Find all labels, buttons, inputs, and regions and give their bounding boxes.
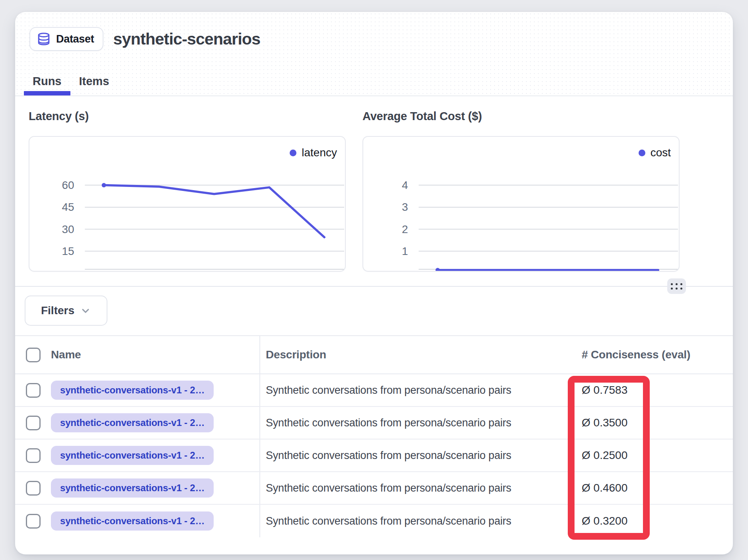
header-checkbox-cell xyxy=(15,348,51,362)
row-checkbox-cell xyxy=(15,514,51,529)
table-row[interactable]: synthetic-conversations-v1 - 2… Syntheti… xyxy=(15,374,733,407)
tab-items[interactable]: Items xyxy=(70,68,118,95)
latency-legend-dot-icon xyxy=(290,150,296,156)
run-name-link[interactable]: synthetic-conversations-v1 - 2… xyxy=(51,478,214,498)
run-name-link[interactable]: synthetic-conversations-v1 - 2… xyxy=(51,446,214,465)
page-background: Dataset synthetic-scenarios Runs Items L… xyxy=(0,0,748,560)
svg-text:2: 2 xyxy=(402,223,408,235)
row-checkbox[interactable] xyxy=(26,416,41,430)
database-icon xyxy=(37,32,51,46)
run-name-link[interactable]: synthetic-conversations-v1 - 2… xyxy=(51,413,214,432)
run-description: Synthetic conversations from persona/sce… xyxy=(266,515,511,527)
run-name-link[interactable]: synthetic-conversations-v1 - 2… xyxy=(51,511,214,531)
filters-button[interactable]: Filters xyxy=(25,296,107,326)
latency-chart-card: latency 60453015 xyxy=(29,136,346,272)
svg-text:60: 60 xyxy=(62,179,74,191)
svg-text:15: 15 xyxy=(62,245,74,257)
svg-text:1: 1 xyxy=(402,245,408,257)
runs-table: Name Description # Conciseness (eval) sy… xyxy=(15,336,733,537)
row-checkbox-cell xyxy=(15,383,51,398)
table-row[interactable]: synthetic-conversations-v1 - 2… Syntheti… xyxy=(15,472,733,505)
cost-legend: cost xyxy=(639,146,671,159)
conciseness-value: Ø 0.2500 xyxy=(582,449,627,461)
row-checkbox-cell xyxy=(15,481,51,496)
cost-line-chart: 4321 xyxy=(363,137,679,271)
run-description: Synthetic conversations from persona/sce… xyxy=(266,384,511,396)
tab-runs[interactable]: Runs xyxy=(24,68,70,95)
dataset-badge-label: Dataset xyxy=(56,33,94,45)
run-name-link[interactable]: synthetic-conversations-v1 - 2… xyxy=(51,381,214,400)
dataset-badge: Dataset xyxy=(29,27,103,51)
row-checkbox[interactable] xyxy=(26,383,41,398)
svg-text:45: 45 xyxy=(62,201,74,213)
conciseness-value: Ø 0.4600 xyxy=(582,482,627,494)
page-title: synthetic-scenarios xyxy=(113,30,260,49)
table-header-row: Name Description # Conciseness (eval) xyxy=(15,336,733,374)
row-checkbox[interactable] xyxy=(26,448,41,463)
svg-text:4: 4 xyxy=(402,179,408,191)
cost-legend-label: cost xyxy=(651,146,671,159)
column-header-name[interactable]: Name xyxy=(51,348,81,361)
run-description: Synthetic conversations from persona/sce… xyxy=(266,449,511,461)
cost-chart-title: Average Total Cost ($) xyxy=(362,110,482,123)
column-header-description[interactable]: Description xyxy=(266,348,326,361)
conciseness-value: Ø 0.3500 xyxy=(582,416,627,429)
table-row[interactable]: synthetic-conversations-v1 - 2… Syntheti… xyxy=(15,439,733,472)
table-body: synthetic-conversations-v1 - 2… Syntheti… xyxy=(15,374,733,537)
row-checkbox[interactable] xyxy=(26,514,41,529)
row-checkbox-cell xyxy=(15,416,51,430)
conciseness-value: Ø 0.3200 xyxy=(582,515,627,527)
svg-text:3: 3 xyxy=(402,201,408,213)
cost-legend-dot-icon xyxy=(639,150,645,156)
section-divider xyxy=(15,286,733,287)
panel-header: Dataset synthetic-scenarios Runs Items xyxy=(15,12,733,96)
column-header-conciseness[interactable]: # Conciseness (eval) xyxy=(582,348,690,361)
resize-grip-icon[interactable] xyxy=(667,278,686,294)
latency-chart-title: Latency (s) xyxy=(29,110,89,123)
conciseness-value: Ø 0.7583 xyxy=(582,384,627,396)
run-description: Synthetic conversations from persona/sce… xyxy=(266,482,511,494)
latency-legend: latency xyxy=(290,146,337,159)
row-checkbox-cell xyxy=(15,448,51,463)
table-row[interactable]: synthetic-conversations-v1 - 2… Syntheti… xyxy=(15,407,733,439)
row-checkbox[interactable] xyxy=(26,481,41,496)
select-all-checkbox[interactable] xyxy=(26,348,41,362)
title-row: Dataset synthetic-scenarios xyxy=(29,27,260,51)
svg-text:30: 30 xyxy=(62,223,74,235)
cost-chart-card: cost 4321 xyxy=(362,136,680,272)
table-row[interactable]: synthetic-conversations-v1 - 2… Syntheti… xyxy=(15,505,733,537)
dataset-panel: Dataset synthetic-scenarios Runs Items L… xyxy=(15,12,733,554)
run-description: Synthetic conversations from persona/sce… xyxy=(266,417,511,429)
chevron-down-icon xyxy=(80,305,91,316)
filters-button-label: Filters xyxy=(41,304,74,317)
latency-legend-label: latency xyxy=(302,146,337,159)
tab-bar: Runs Items xyxy=(24,68,118,95)
